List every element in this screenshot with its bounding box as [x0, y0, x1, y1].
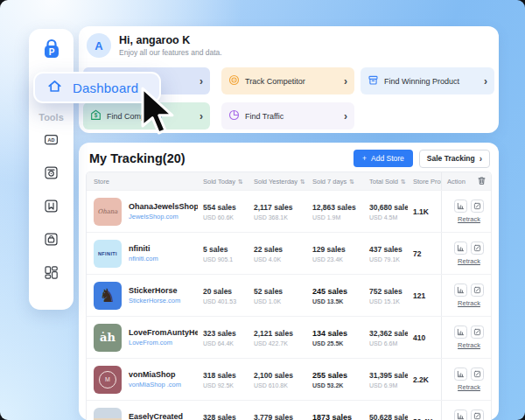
col-sold-7-days[interactable]: Sold 7 days⇅	[307, 178, 364, 186]
sold-7days-cell: 129 sales USD 23.4K	[307, 245, 364, 262]
plus-icon: +	[362, 154, 367, 163]
usd-value: USD 4.5M	[369, 214, 408, 220]
store-products-cell: 1.1K	[408, 207, 441, 216]
home-icon	[46, 78, 63, 97]
sales-value: 318 sales	[203, 371, 248, 380]
usd-value: USD 60.6K	[203, 214, 248, 220]
retrack-link[interactable]: Retrack	[458, 215, 480, 223]
product-box-icon	[368, 74, 379, 88]
analytics-button[interactable]	[454, 368, 467, 381]
action-cell: Retrack	[441, 317, 491, 358]
sales-value: 328 sales	[203, 413, 248, 420]
edit-button[interactable]	[471, 200, 484, 213]
tools-section-label: Tools	[29, 112, 74, 122]
store-logo-text: ♞	[100, 286, 116, 304]
store-domain-link[interactable]: LoveFrom.com	[129, 339, 198, 346]
usd-value: USD 6.9M	[369, 382, 408, 388]
col-sold-yesterday[interactable]: Sold Yesterday⇅	[248, 178, 307, 186]
chevron-right-icon: ›	[344, 75, 347, 88]
svg-text:$: $	[94, 112, 98, 119]
add-store-label: Add Store	[371, 154, 404, 163]
usd-value: USD 6.6M	[369, 340, 408, 346]
trash-icon[interactable]	[477, 176, 486, 187]
col-sold-today[interactable]: Sold Today⇅	[198, 178, 248, 186]
sidebar-tool-icons: AD	[29, 132, 74, 280]
action-cell: Retrack	[441, 401, 491, 420]
analytics-button[interactable]	[454, 326, 467, 339]
app-screen: P Tools AD	[0, 0, 525, 420]
edit-button[interactable]	[471, 284, 484, 297]
edit-button[interactable]	[471, 242, 484, 255]
col-total-sold[interactable]: Total Sold⇅	[364, 178, 408, 186]
store-products-cell: 2.2K	[408, 375, 441, 384]
greeting-block: A Hi, angaroo K Enjoy all our features a…	[87, 33, 222, 58]
edit-button[interactable]	[471, 368, 484, 381]
sales-value: 255 sales	[312, 371, 364, 380]
pie-chart-icon	[228, 109, 240, 122]
store-domain-link[interactable]: StickerHorse.com	[129, 297, 180, 304]
sold-yesterday-cell: 3,779 sales USD 165.7K	[248, 413, 307, 420]
sold-yesterday-cell: 2,100 sales USD 610.8K	[248, 371, 307, 388]
store-name: nfiniti	[129, 244, 158, 253]
card-label: Find Traffic	[245, 112, 284, 121]
usd-value: USD 13.5K	[312, 298, 364, 304]
total-sold-cell: 30,680 sales USD 4.5M	[364, 203, 408, 220]
target-icon	[228, 74, 240, 88]
sales-value: 245 sales	[312, 287, 364, 296]
sale-tracking-button[interactable]: Sale Tracking ›	[419, 150, 490, 168]
card-find-winning-product[interactable]: Find Winning Product ›	[360, 67, 494, 94]
ad-badge-icon[interactable]: AD	[44, 132, 59, 147]
usd-value: USD 4.0K	[254, 256, 307, 262]
usd-value: USD 905.1	[203, 256, 248, 262]
retrack-link[interactable]: Retrack	[458, 257, 480, 265]
store-domain-link[interactable]: vonMiaShop .com	[129, 381, 181, 388]
analytics-button[interactable]	[454, 242, 467, 255]
store-bag-icon[interactable]	[44, 232, 59, 247]
analytics-button[interactable]	[454, 284, 467, 297]
sold-yesterday-cell: 52 sales USD 1.0K	[248, 287, 307, 304]
edit-button[interactable]	[471, 410, 484, 420]
sales-value: 20 sales	[203, 287, 248, 296]
sold-today-cell: 318 sales USD 92.5K	[198, 371, 248, 388]
chevron-right-icon: ›	[480, 154, 482, 164]
sales-value: 5 sales	[203, 245, 248, 254]
card-track-competitor[interactable]: Track Competitor ›	[221, 67, 354, 94]
card-label: Find Winning Product	[384, 77, 459, 86]
sold-yesterday-cell: 2,121 sales USD 422.7K	[248, 329, 307, 346]
sold-today-cell: 328 sales USD 14.4K	[198, 413, 248, 420]
usd-value: USD 53.2K	[312, 382, 364, 388]
retrack-link[interactable]: Retrack	[458, 383, 480, 391]
store-cell: NFINITI nfiniti nfiniti.com	[87, 240, 198, 268]
store-logo: Ohana	[94, 198, 122, 226]
add-store-button[interactable]: + Add Store	[354, 150, 413, 167]
svg-text:P: P	[48, 47, 54, 57]
store-logo: ♞	[94, 282, 122, 310]
chevron-right-icon: ›	[484, 75, 487, 88]
sales-value: 2,117 sales	[254, 203, 307, 212]
apps-grid-icon[interactable]	[44, 265, 59, 280]
store-domain-link[interactable]: nfiniti.com	[129, 255, 158, 262]
total-sold-cell: 32,362 sales USD 6.6M	[364, 329, 408, 346]
sales-value: 323 sales	[203, 329, 248, 338]
analytics-button[interactable]	[454, 200, 467, 213]
avatar: A	[87, 33, 111, 58]
table-row: ȧh LoveFromAuntyHelen LoveFrom.com 323 s…	[87, 316, 491, 358]
col-store: Store	[87, 178, 198, 186]
retrack-link[interactable]: Retrack	[458, 341, 480, 349]
sales-value: 30,680 sales	[369, 203, 408, 212]
edit-button[interactable]	[471, 326, 484, 339]
analytics-button[interactable]	[454, 410, 467, 420]
product-research-icon[interactable]	[44, 165, 59, 180]
bookmark-icon[interactable]	[44, 199, 59, 214]
store-name: vonMiaShop	[129, 370, 181, 379]
store-domain-link[interactable]: JewelsShop.com	[129, 213, 198, 220]
card-find-traffic[interactable]: Find Traffic ›	[221, 102, 354, 130]
sales-value: 3,779 sales	[254, 413, 307, 420]
sales-value: 52 sales	[254, 287, 307, 296]
retrack-link[interactable]: Retrack	[458, 299, 480, 307]
action-cell: Retrack	[441, 191, 491, 232]
store-cell: ♞ StickerHorse StickerHorse.com	[87, 282, 198, 310]
brand-logo-bag-icon[interactable]: P	[40, 38, 63, 66]
sales-value: 31,395 sales	[369, 371, 408, 380]
store-logo: ȧh	[94, 324, 122, 352]
